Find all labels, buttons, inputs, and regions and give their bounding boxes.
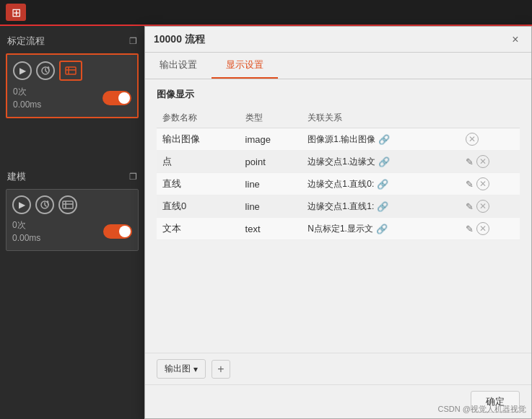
run-once-button-modeling[interactable]	[35, 195, 54, 214]
table-row: 输出图像 image 图像源1.输出图像 🔗 ✕	[157, 128, 520, 151]
modeling-controls: ▶	[12, 195, 132, 214]
link-icon-3[interactable]: 🔗	[377, 201, 388, 212]
edit-icon-1[interactable]: ✎	[466, 156, 474, 167]
section-title-image-display: 图像显示	[157, 88, 520, 101]
section-copy-icon-calibration[interactable]: ❐	[129, 36, 137, 46]
calibration-controls: ▶	[13, 61, 131, 81]
output-image-button[interactable]: 输出图 ▾	[157, 359, 206, 379]
edit-icon-2[interactable]: ✎	[466, 179, 474, 190]
tab-output-settings[interactable]: 输出设置	[145, 53, 212, 79]
remove-icon-2[interactable]: ✕	[476, 177, 489, 190]
row-actions-0: ✕	[460, 128, 520, 151]
edit-button-calibration[interactable]	[59, 61, 82, 81]
col-header-name: 参数名称	[157, 108, 240, 128]
col-header-type: 类型	[240, 108, 302, 128]
row-name-3: 直线0	[157, 195, 240, 218]
row-relation-3: 边缘交点1.直线1: 🔗	[302, 195, 460, 218]
row-type-3: line	[240, 195, 302, 218]
row-name-0: 输出图像	[157, 128, 240, 151]
link-icon-1[interactable]: 🔗	[378, 156, 390, 167]
table-row: 文本 text N点标定1.显示文 🔗 ✎ ✕	[157, 218, 520, 240]
dialog-titlebar: 10000 流程 ×	[145, 27, 531, 53]
row-actions-3: ✎ ✕	[460, 195, 520, 218]
link-icon-4[interactable]: 🔗	[376, 224, 388, 234]
calibration-panel: ▶	[6, 53, 139, 118]
edit-icon-4[interactable]: ✎	[466, 224, 474, 234]
sidebar: 标定流程 ❐ ▶	[0, 26, 144, 419]
row-type-0: image	[240, 128, 302, 151]
display-settings-table: 参数名称 类型 关联关系 输出图像 image 图像源1.输出图像	[157, 108, 520, 240]
link-icon-0[interactable]: 🔗	[378, 134, 390, 145]
calibration-stats: 0次 0.00ms	[13, 85, 131, 111]
calibration-count: 0次 0.00ms	[13, 85, 41, 111]
col-header-relation: 关联关系	[302, 108, 460, 128]
link-icon-2[interactable]: 🔗	[377, 179, 388, 190]
modeling-count: 0次 0.00ms	[12, 219, 40, 244]
bottom-toolbar: 输出图 ▾ +	[145, 353, 531, 384]
row-relation-0: 图像源1.输出图像 🔗	[302, 128, 460, 151]
calibration-toggle[interactable]	[103, 91, 131, 105]
top-bar: ⊞	[0, 0, 532, 26]
row-actions-4: ✎ ✕	[460, 218, 520, 240]
row-type-2: line	[240, 173, 302, 195]
dialog-content: 图像显示 参数名称 类型 关联关系 输出图像 image	[145, 79, 531, 353]
run-button-modeling[interactable]: ▶	[12, 195, 31, 214]
run-once-button-calibration[interactable]	[36, 61, 55, 80]
row-relation-1: 边缘交点1.边缘文 🔗	[302, 151, 460, 173]
row-type-1: point	[240, 151, 302, 173]
section-header-modeling: 建模 ❐	[0, 167, 144, 186]
dialog-title: 10000 流程	[154, 33, 205, 46]
table-row: 直线 line 边缘交点1.直线0: 🔗 ✎ ✕	[157, 173, 520, 195]
svg-rect-1	[66, 67, 76, 74]
row-name-1: 点	[157, 151, 240, 173]
svg-rect-5	[63, 201, 73, 208]
row-relation-4: N点标定1.显示文 🔗	[302, 218, 460, 240]
modeling-panel: ▶	[6, 189, 139, 251]
row-relation-2: 边缘交点1.直线0: 🔗	[302, 173, 460, 195]
table-row: 点 point 边缘交点1.边缘文 🔗 ✎ ✕	[157, 151, 520, 173]
sidebar-section-modeling: 建模 ❐ ▶	[0, 167, 144, 251]
dialog: 10000 流程 × 输出设置 显示设置 图像显示 参数名称 类型 关联关系	[144, 26, 532, 419]
remove-icon-3[interactable]: ✕	[476, 200, 489, 213]
row-type-4: text	[240, 218, 302, 240]
modeling-stats: 0次 0.00ms	[12, 219, 132, 244]
row-actions-1: ✎ ✕	[460, 151, 520, 173]
col-header-actions	[460, 108, 520, 128]
section-header-calibration: 标定流程 ❐	[0, 32, 144, 50]
row-actions-2: ✎ ✕	[460, 173, 520, 195]
dialog-tabs: 输出设置 显示设置	[145, 53, 531, 79]
remove-icon-0[interactable]: ✕	[466, 133, 479, 146]
section-copy-icon-modeling[interactable]: ❐	[129, 172, 137, 182]
row-name-2: 直线	[157, 173, 240, 195]
dropdown-icon: ▾	[193, 364, 198, 374]
table-row: 直线0 line 边缘交点1.直线1: 🔗 ✎ ✕	[157, 195, 520, 218]
remove-icon-4[interactable]: ✕	[476, 222, 489, 235]
row-name-4: 文本	[157, 218, 240, 240]
remove-icon-1[interactable]: ✕	[476, 155, 489, 168]
edit-button-modeling[interactable]	[58, 195, 77, 214]
app-icon: ⊞	[6, 4, 26, 21]
modeling-toggle[interactable]	[103, 224, 132, 239]
dialog-close-button[interactable]: ×	[508, 32, 523, 47]
section-label-calibration: 标定流程	[7, 35, 45, 48]
main-layout: 标定流程 ❐ ▶	[0, 26, 532, 419]
sidebar-section-calibration: 标定流程 ❐ ▶	[0, 32, 144, 118]
section-label-modeling: 建模	[7, 170, 26, 183]
run-button-calibration[interactable]: ▶	[13, 61, 32, 80]
add-button[interactable]: +	[212, 360, 230, 379]
edit-icon-3[interactable]: ✎	[466, 201, 474, 212]
tab-display-settings[interactable]: 显示设置	[212, 53, 278, 79]
watermark: CSDN @视觉人机器视觉	[438, 404, 526, 415]
